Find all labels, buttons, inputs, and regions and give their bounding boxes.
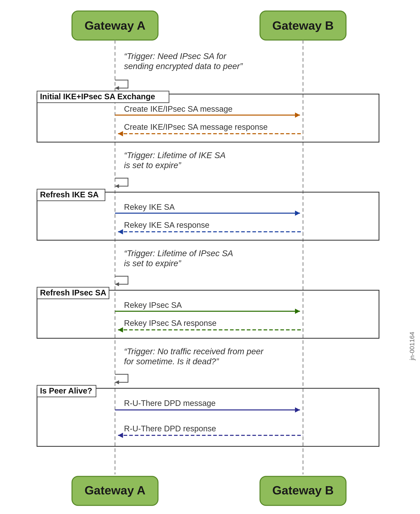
gateway-b-top-label: Gateway B [272,19,334,32]
svg-text:is set to expire”: is set to expire” [124,259,181,268]
svg-marker-5 [115,86,119,90]
arrow-4-label: Rekey IKE SA response [124,221,210,229]
section-1-label: Initial IKE+IPsec SA Exchange [40,92,155,101]
section-4-label: Is Peer Alive? [40,386,92,395]
svg-marker-9 [295,113,300,118]
arrow-7-label: R-U-There DPD message [124,399,216,407]
gateway-a-bottom-label: Gateway A [85,483,146,497]
arrow-1-label: Create IKE/IPsec SA message [124,105,232,113]
svg-text:is set to expire”: is set to expire” [124,161,181,170]
svg-marker-29 [115,380,119,384]
svg-marker-19 [118,229,123,234]
svg-marker-35 [118,433,123,438]
main-diagram: Gateway A Gateway B “Trigger: Need IPsec… [0,0,420,514]
svg-marker-11 [118,131,123,136]
arrow-6-label: Rekey IPsec SA response [124,319,216,328]
gateway-a-top-label: Gateway A [85,19,146,32]
svg-marker-21 [115,282,119,286]
arrow-2-label: Create IKE/IPsec SA message response [124,123,268,131]
trigger-2-text: “Trigger: Lifetime of IKE SA [124,151,225,160]
gateway-b-bottom-label: Gateway B [272,483,334,497]
svg-marker-13 [115,184,119,188]
svg-marker-33 [295,407,300,413]
svg-text:for sometime. Is it dead?”: for sometime. Is it dead?” [124,357,219,366]
trigger-4-text: “Trigger: No traffic received from peer [124,347,264,356]
diagram-container: Gateway A Gateway B “Trigger: Need IPsec… [0,0,420,514]
figure-id: jn-001164 [408,332,416,361]
section-3-label: Refresh IPsec SA [40,288,106,297]
svg-text:sending encrypted data to peer: sending encrypted data to peer” [124,61,243,71]
trigger-3-text: “Trigger: Lifetime of IPsec SA [124,249,233,258]
arrow-3-label: Rekey IKE SA [124,203,175,211]
section-2-label: Refresh IKE SA [40,190,99,199]
arrow-8-label: R-U-There DPD response [124,424,216,433]
svg-marker-25 [295,309,300,314]
svg-marker-17 [295,211,300,216]
arrow-5-label: Rekey IPsec SA [124,301,182,309]
svg-marker-27 [118,327,123,332]
trigger-1-text: “Trigger: Need IPsec SA for [124,51,227,61]
